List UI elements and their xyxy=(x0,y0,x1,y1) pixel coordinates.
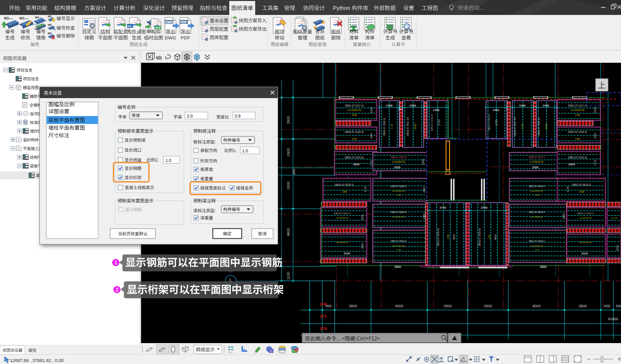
svg-text:DBC-67-4324-X: DBC-67-4324-X xyxy=(529,185,545,188)
svg-text:1850: 1850 xyxy=(422,159,425,165)
svg-text:2900: 2900 xyxy=(286,116,291,124)
svg-text:1.40t: 1.40t xyxy=(534,248,539,251)
svg-text:300: 300 xyxy=(292,169,296,175)
svg-text:4420: 4420 xyxy=(453,234,456,240)
svg-text:DBD-67-0024-X: DBD-67-0024-X xyxy=(391,185,407,188)
svg-text:2900: 2900 xyxy=(484,304,492,308)
svg-text:1400: 1400 xyxy=(386,104,393,107)
svg-text:TEP: TEP xyxy=(155,26,160,29)
svg-text:4420: 4420 xyxy=(494,234,497,240)
svg-text:1.80t: 1.80t xyxy=(488,234,491,240)
svg-text:2600: 2600 xyxy=(579,304,587,308)
svg-text:310: 310 xyxy=(398,108,402,111)
svg-text:DBS2-67-3817-XX: DBS2-67-3817-XX xyxy=(407,117,409,135)
svg-text:DBS2-67-3118-71: DBS2-67-3118-71 xyxy=(334,212,351,215)
svg-text:b=130: b=130 xyxy=(612,217,618,219)
svg-text:DBD-67-0024-X: DBD-67-0024-X xyxy=(391,211,407,214)
svg-text:2770: 2770 xyxy=(495,120,498,125)
svg-text:b=130(60/70): b=130(60/70) xyxy=(392,161,406,163)
svg-text:900: 900 xyxy=(604,304,611,308)
svg-text:b=130(60/70): b=130(60/70) xyxy=(336,241,349,243)
svg-text:DBD-67-3514-X: DBD-67-3514-X xyxy=(391,156,407,159)
svg-text:1400: 1400 xyxy=(543,104,549,107)
svg-text:b=130(60/70): b=130(60/70) xyxy=(530,216,543,218)
svg-text:1900: 1900 xyxy=(286,182,291,190)
svg-text:NO.: NO. xyxy=(48,32,53,35)
svg-text:DBS1-67-0629-11: DBS1-67-0629-11 xyxy=(478,228,481,246)
svg-text:1920: 1920 xyxy=(370,107,373,113)
svg-text:1.0: 1.0 xyxy=(242,148,248,153)
svg-text:0.66t: 0.66t xyxy=(352,114,357,117)
svg-text:1500: 1500 xyxy=(594,107,597,113)
svg-text:1.0: 1.0 xyxy=(165,158,171,163)
svg-text:1720: 1720 xyxy=(370,160,373,166)
svg-text:NO.---: NO.--- xyxy=(19,16,28,20)
svg-text:b=130(60/70): b=130(60/70) xyxy=(392,190,405,192)
svg-text:2720: 2720 xyxy=(440,206,446,209)
svg-text:JF6: JF6 xyxy=(319,302,327,307)
svg-text:DBS1-67-3519-11: DBS1-67-3519-11 xyxy=(572,184,592,186)
svg-text:0.66t: 0.66t xyxy=(575,114,581,117)
svg-text:3120: 3120 xyxy=(582,252,588,255)
svg-text:DBD-67-3514-X: DBD-67-3514-X xyxy=(529,156,545,159)
svg-text:DBS1-67-3816-11: DBS1-67-3816-11 xyxy=(383,118,386,135)
svg-text:41600: 41600 xyxy=(608,317,619,321)
svg-text:1.40t: 1.40t xyxy=(534,194,539,196)
svg-text:b=130(60/70): b=130(60/70) xyxy=(571,109,585,112)
svg-text:b=130(60/70): b=130(60/70) xyxy=(392,216,405,218)
svg-text:DBS1-67-0629-11: DBS1-67-0629-11 xyxy=(437,228,440,246)
svg-text:DBS1-67-2916-11: DBS1-67-2916-11 xyxy=(431,114,433,131)
svg-text:3320: 3320 xyxy=(394,166,401,169)
svg-text:DBD-67-0024-X: DBD-67-0024-X xyxy=(391,240,407,243)
svg-text:1400: 1400 xyxy=(433,109,440,112)
svg-text:3320: 3320 xyxy=(532,166,539,169)
svg-text:b=130(60/70): b=130(60/70) xyxy=(579,217,592,219)
svg-text:DBS1-67-298-XX: DBS1-67-298-XX xyxy=(488,115,490,131)
svg-text:3120: 3120 xyxy=(344,252,350,255)
svg-text:PDF: PDF xyxy=(180,20,187,24)
svg-text:JF6: JF6 xyxy=(319,326,327,331)
svg-text:0.86t: 0.86t xyxy=(342,191,347,193)
svg-text:3420: 3420 xyxy=(545,123,548,129)
svg-text:DBS2-67-3118-71: DBS2-67-3118-71 xyxy=(577,212,594,215)
svg-text:Python: Python xyxy=(333,5,350,11)
svg-text:1500: 1500 xyxy=(410,104,416,107)
svg-text:b=130(60/70): b=130(60/70) xyxy=(392,244,405,247)
svg-text:DBS1-67-3119-11: DBS1-67-3119-11 xyxy=(345,156,364,159)
svg-text:DBC-67-4324-X: DBC-67-4324-X xyxy=(529,240,545,243)
svg-text:2460: 2460 xyxy=(562,213,565,219)
svg-text:b=130(60/70): b=130(60/70) xyxy=(336,217,349,219)
svg-text:2720: 2720 xyxy=(481,206,487,209)
svg-text:DBS2-67-3118-11: DBS2-67-3118-11 xyxy=(345,131,364,133)
svg-text:4000: 4000 xyxy=(532,304,541,308)
svg-text:0.8: 0.8 xyxy=(235,114,241,119)
svg-text:2.0: 2.0 xyxy=(187,114,193,119)
svg-text:1500: 1500 xyxy=(594,133,597,139)
svg-text:NO.: NO. xyxy=(48,15,53,18)
svg-text:4000: 4000 xyxy=(395,304,404,308)
svg-text:1.40t: 1.40t xyxy=(396,248,401,251)
svg-text:DBS1-67-3117-11: DBS1-67-3117-11 xyxy=(345,105,364,107)
svg-text:12697.69 , 37681.82 , 0.00: 12697.69 , 37681.82 , 0.00 xyxy=(10,358,64,363)
svg-text:0.72t: 0.72t xyxy=(521,123,524,129)
svg-text:1400: 1400 xyxy=(493,109,499,112)
svg-text:DBS1-67-3519-11: DBS1-67-3519-11 xyxy=(335,184,354,186)
svg-text:NO.---: NO.--- xyxy=(4,16,13,20)
svg-text:2920: 2920 xyxy=(353,163,360,166)
svg-text:0.72t: 0.72t xyxy=(391,123,393,129)
svg-text:DBS2-67-3118-11: DBS2-67-3118-11 xyxy=(568,131,587,133)
svg-text:b=130(60/70): b=130(60/70) xyxy=(530,190,543,192)
svg-text:0.66t: 0.66t xyxy=(352,138,357,140)
svg-text:4600: 4600 xyxy=(286,228,291,237)
svg-text:b=130(60/70): b=130(60/70) xyxy=(530,244,543,247)
svg-text:b=130(60/70): b=130(60/70) xyxy=(579,241,592,243)
svg-text:2000: 2000 xyxy=(616,245,619,250)
svg-text:2770: 2770 xyxy=(438,120,441,125)
svg-text:2460: 2460 xyxy=(423,213,426,219)
svg-text:2000: 2000 xyxy=(361,243,364,248)
svg-text:2460: 2460 xyxy=(423,187,426,193)
svg-text:900: 900 xyxy=(616,304,621,308)
svg-text:1400: 1400 xyxy=(519,104,526,107)
svg-text:b=130(60/70): b=130(60/70) xyxy=(530,161,544,163)
svg-text:1.80t: 1.80t xyxy=(447,234,450,240)
